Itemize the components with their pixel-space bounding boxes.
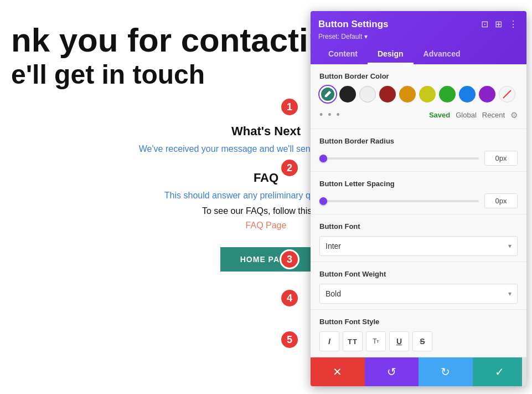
font-weight-section: Button Font Weight Bold ▾ bbox=[311, 262, 526, 310]
cancel-button[interactable]: ✕ bbox=[311, 357, 365, 386]
font-weight-dropdown-arrow: ▾ bbox=[508, 290, 512, 298]
swatch-yellow[interactable] bbox=[419, 86, 436, 103]
panel-header: Button Settings ⊡ ⊞ ⋮ Preset: Default ▾ … bbox=[311, 11, 526, 64]
button-settings-panel: Button Settings ⊡ ⊞ ⋮ Preset: Default ▾ … bbox=[311, 11, 526, 386]
font-style-label: Button Font Style bbox=[319, 318, 518, 326]
step-4-indicator: 4 bbox=[280, 288, 299, 308]
swatch-green[interactable] bbox=[439, 86, 456, 103]
panel-icon-more[interactable]: ⋮ bbox=[508, 18, 519, 30]
panel-icon-grid[interactable]: ⊞ bbox=[494, 18, 503, 30]
swatch-none[interactable] bbox=[499, 86, 515, 103]
panel-icon-resize[interactable]: ⊡ bbox=[480, 18, 489, 30]
step-5-indicator: 5 bbox=[280, 330, 299, 350]
font-weight-label: Button Font Weight bbox=[319, 270, 518, 278]
font-style-capitalize[interactable]: Tт bbox=[366, 331, 386, 351]
swatch-purple[interactable] bbox=[479, 86, 495, 103]
swatch-red[interactable] bbox=[379, 86, 396, 103]
letter-spacing-label: Button Letter Spacing bbox=[319, 180, 518, 188]
confirm-button[interactable]: ✓ bbox=[473, 357, 527, 386]
font-section: Button Font Inter ▾ bbox=[311, 214, 526, 262]
font-style-strikethrough[interactable]: S bbox=[412, 331, 432, 351]
swatch-orange[interactable] bbox=[399, 86, 416, 103]
font-style-italic[interactable]: I bbox=[319, 331, 339, 351]
tab-content[interactable]: Content bbox=[318, 45, 368, 64]
font-dropdown-row: Inter ▾ bbox=[319, 236, 518, 256]
border-radius-label: Button Border Radius bbox=[319, 137, 518, 145]
panel-preset[interactable]: Preset: Default ▾ bbox=[318, 33, 519, 40]
global-tag[interactable]: Global bbox=[456, 111, 477, 119]
letter-spacing-value[interactable]: 0px bbox=[484, 193, 518, 208]
recent-tag[interactable]: Recent bbox=[482, 111, 505, 119]
color-settings-gear[interactable]: ⚙ bbox=[510, 110, 518, 120]
tab-design[interactable]: Design bbox=[368, 45, 414, 64]
letter-spacing-slider-row: 0px bbox=[319, 193, 518, 208]
color-swatches bbox=[319, 86, 518, 103]
saved-tag[interactable]: Saved bbox=[429, 111, 450, 119]
color-tags: Saved Global Recent ⚙ bbox=[429, 110, 518, 120]
font-dropdown[interactable]: Inter ▾ bbox=[319, 236, 518, 256]
panel-footer: ✕ ↺ ↻ ✓ bbox=[311, 357, 526, 386]
svg-line-0 bbox=[503, 90, 511, 98]
border-radius-slider-row: 0px bbox=[319, 151, 518, 166]
font-weight-dropdown[interactable]: Bold ▾ bbox=[319, 284, 518, 304]
reset-button[interactable]: ↺ bbox=[365, 357, 419, 386]
letter-spacing-slider[interactable] bbox=[319, 200, 479, 202]
font-style-buttons: I TT Tт U S bbox=[319, 331, 518, 351]
border-radius-slider[interactable] bbox=[319, 157, 479, 160]
font-weight-dropdown-row: Bold ▾ bbox=[319, 284, 518, 304]
swatch-white[interactable] bbox=[359, 86, 376, 103]
more-colors-dots[interactable]: • • • bbox=[319, 109, 341, 121]
panel-tabs: Content Design Advanced bbox=[318, 45, 519, 64]
swatch-pen[interactable] bbox=[319, 86, 336, 103]
step-2-indicator: 2 bbox=[280, 158, 299, 178]
border-radius-section: Button Border Radius 0px bbox=[311, 129, 526, 172]
border-radius-value[interactable]: 0px bbox=[484, 151, 518, 166]
font-style-section: Button Font Style I TT Tт U S bbox=[311, 310, 526, 357]
color-row-bottom: • • • Saved Global Recent ⚙ bbox=[319, 107, 518, 123]
font-style-underline[interactable]: U bbox=[389, 331, 409, 351]
panel-title: Button Settings bbox=[318, 19, 389, 30]
border-color-label: Button Border Color bbox=[319, 72, 518, 80]
border-color-section: Button Border Color bbox=[311, 64, 526, 129]
swatch-black[interactable] bbox=[339, 86, 356, 103]
panel-body: Button Border Color bbox=[311, 64, 526, 386]
font-label: Button Font bbox=[319, 222, 518, 231]
letter-spacing-section: Button Letter Spacing 0px bbox=[311, 172, 526, 214]
font-style-uppercase[interactable]: TT bbox=[343, 331, 363, 351]
step-1-indicator: 1 bbox=[280, 97, 299, 117]
redo-button[interactable]: ↻ bbox=[419, 357, 473, 386]
font-dropdown-arrow: ▾ bbox=[508, 242, 512, 250]
step-3-indicator: 3 bbox=[280, 249, 299, 269]
tab-advanced[interactable]: Advanced bbox=[414, 45, 471, 64]
swatch-blue[interactable] bbox=[459, 86, 476, 103]
panel-header-icons: ⊡ ⊞ ⋮ bbox=[480, 18, 519, 30]
